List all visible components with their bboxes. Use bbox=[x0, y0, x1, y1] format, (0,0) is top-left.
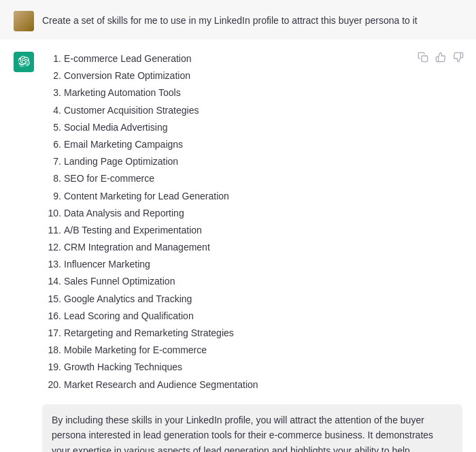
skill-text: Conversion Rate Optimization bbox=[64, 67, 190, 84]
skill-text: A/B Testing and Experimentation bbox=[64, 222, 202, 239]
assistant-content: 1.E-commerce Lead Generation2.Conversion… bbox=[42, 50, 462, 452]
user-avatar-image bbox=[14, 11, 34, 31]
assistant-avatar bbox=[14, 52, 34, 72]
skill-text: Data Analysis and Reporting bbox=[64, 205, 184, 222]
skill-number: 19. bbox=[42, 359, 61, 376]
thumbs-down-button[interactable] bbox=[452, 50, 465, 64]
assistant-response-row: 1.E-commerce Lead Generation2.Conversion… bbox=[0, 39, 476, 452]
skill-item: 7.Landing Page Optimization bbox=[42, 153, 462, 170]
skill-number: 9. bbox=[42, 188, 61, 205]
skill-item: 13.Influencer Marketing bbox=[42, 256, 462, 273]
skill-text: Google Analytics and Tracking bbox=[64, 291, 192, 308]
skill-number: 2. bbox=[42, 67, 61, 84]
skill-number: 3. bbox=[42, 84, 61, 101]
skill-number: 4. bbox=[42, 102, 61, 119]
thumbs-up-button[interactable] bbox=[434, 50, 447, 64]
skill-text: Lead Scoring and Qualification bbox=[64, 308, 194, 325]
user-message-text: Create a set of skills for me to use in … bbox=[42, 11, 418, 28]
skill-item: 9.Content Marketing for Lead Generation bbox=[42, 188, 462, 205]
skill-text: Content Marketing for Lead Generation bbox=[64, 188, 229, 205]
skill-text: Landing Page Optimization bbox=[64, 153, 178, 170]
skill-item: 11.A/B Testing and Experimentation bbox=[42, 222, 462, 239]
skill-item: 3.Marketing Automation Tools bbox=[42, 84, 462, 101]
skill-number: 5. bbox=[42, 119, 61, 136]
skill-item: 15.Google Analytics and Tracking bbox=[42, 291, 462, 308]
skill-text: Influencer Marketing bbox=[64, 256, 150, 273]
skill-number: 12. bbox=[42, 239, 61, 256]
skill-text: CRM Integration and Management bbox=[64, 239, 210, 256]
skill-item: 20.Market Research and Audience Segmenta… bbox=[42, 376, 462, 393]
skill-text: E-commerce Lead Generation bbox=[64, 50, 192, 67]
skill-item: 2.Conversion Rate Optimization bbox=[42, 67, 462, 84]
skill-item: 10.Data Analysis and Reporting bbox=[42, 205, 462, 222]
user-avatar bbox=[14, 11, 34, 31]
skill-number: 15. bbox=[42, 291, 61, 308]
skill-text: Sales Funnel Optimization bbox=[64, 273, 175, 290]
skill-item: 12.CRM Integration and Management bbox=[42, 239, 462, 256]
skill-text: Social Media Advertising bbox=[64, 119, 168, 136]
skill-number: 13. bbox=[42, 256, 61, 273]
skill-text: Marketing Automation Tools bbox=[64, 84, 181, 101]
skill-item: 17.Retargeting and Remarketing Strategie… bbox=[42, 325, 462, 342]
page-container: Create a set of skills for me to use in … bbox=[0, 0, 476, 452]
skill-number: 6. bbox=[42, 136, 61, 153]
skill-number: 18. bbox=[42, 342, 61, 359]
skill-text: Email Marketing Campaigns bbox=[64, 136, 183, 153]
skill-item: 16.Lead Scoring and Qualification bbox=[42, 308, 462, 325]
copy-button[interactable] bbox=[416, 50, 430, 64]
gpt-icon bbox=[18, 56, 30, 68]
skill-number: 10. bbox=[42, 205, 61, 222]
conclusion-text: By including these skills in your Linked… bbox=[42, 404, 462, 452]
skill-text: SEO for E-commerce bbox=[64, 170, 154, 187]
skill-number: 7. bbox=[42, 153, 61, 170]
svg-rect-0 bbox=[422, 56, 428, 62]
action-buttons bbox=[416, 50, 465, 64]
user-message-row: Create a set of skills for me to use in … bbox=[0, 0, 476, 39]
skill-number: 16. bbox=[42, 308, 61, 325]
skill-item: 1.E-commerce Lead Generation bbox=[42, 50, 462, 67]
skills-list: 1.E-commerce Lead Generation2.Conversion… bbox=[42, 50, 462, 393]
skill-item: 18.Mobile Marketing for E-commerce bbox=[42, 342, 462, 359]
skill-number: 8. bbox=[42, 170, 61, 187]
skill-number: 14. bbox=[42, 273, 61, 290]
skill-number: 17. bbox=[42, 325, 61, 342]
skill-text: Market Research and Audience Segmentatio… bbox=[64, 376, 258, 393]
skill-item: 14.Sales Funnel Optimization bbox=[42, 273, 462, 290]
skill-text: Growth Hacking Techniques bbox=[64, 359, 182, 376]
skill-number: 1. bbox=[42, 50, 61, 67]
skill-item: 4.Customer Acquisition Strategies bbox=[42, 102, 462, 119]
skill-text: Mobile Marketing for E-commerce bbox=[64, 342, 207, 359]
skill-number: 11. bbox=[42, 222, 61, 239]
skill-item: 8.SEO for E-commerce bbox=[42, 170, 462, 187]
skill-item: 5.Social Media Advertising bbox=[42, 119, 462, 136]
skill-number: 20. bbox=[42, 376, 61, 393]
skill-item: 19.Growth Hacking Techniques bbox=[42, 359, 462, 376]
skill-text: Retargeting and Remarketing Strategies bbox=[64, 325, 234, 342]
skill-item: 6.Email Marketing Campaigns bbox=[42, 136, 462, 153]
skill-text: Customer Acquisition Strategies bbox=[64, 102, 199, 119]
